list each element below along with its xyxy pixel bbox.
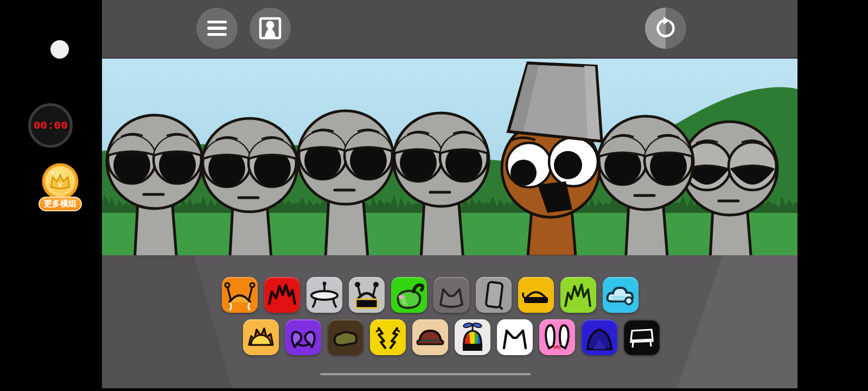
green-spiky-hair-icon: [561, 278, 596, 312]
devil-horns-icon: [286, 320, 321, 355]
tile-cloud[interactable]: [603, 277, 639, 313]
orange-antennae-icon: [222, 278, 257, 312]
tile-blue-hood[interactable]: [582, 319, 617, 355]
tile-bench[interactable]: [624, 319, 660, 355]
stage-shade-left: [102, 255, 243, 388]
gold-visor-icon: [519, 278, 553, 312]
soundboard-scrollbar[interactable]: [320, 373, 531, 375]
tile-maroon-brim-hat[interactable]: [412, 319, 448, 355]
swamp-cap-icon: [328, 320, 363, 355]
tile-orange-antennae[interactable]: [222, 277, 258, 313]
soundboard-panel: [102, 255, 797, 388]
tile-nail-table-hat[interactable]: [307, 277, 342, 313]
tile-antenna-visor-hat[interactable]: [349, 277, 385, 313]
tile-devil-horns[interactable]: [285, 319, 321, 355]
tile-lightning-bolts[interactable]: [370, 319, 406, 355]
white-cat-ears-icon: [497, 320, 532, 355]
tile-red-spiky-hair[interactable]: [264, 277, 300, 313]
tile-bunny-ears[interactable]: [539, 319, 575, 355]
coin-letter: V: [58, 181, 62, 189]
game-viewport: [102, 0, 797, 391]
soundboard-row-2: [243, 319, 660, 355]
cat-ears-dimmed-icon: [434, 278, 469, 312]
cloud-icon: [603, 278, 638, 312]
blue-hood-icon: [582, 320, 617, 355]
tile-green-pepper[interactable]: [391, 277, 427, 313]
more-mods-label: 更多模组: [39, 197, 82, 211]
nail-table-hat-icon: [307, 278, 342, 312]
tile-propeller-cap[interactable]: [455, 319, 490, 355]
reset-icon: [652, 15, 679, 42]
bunny-ears-icon: [540, 320, 575, 355]
timer-value: 00:00: [33, 119, 67, 132]
more-mods-button[interactable]: V 更多模组: [34, 163, 87, 211]
tile-swamp-cap[interactable]: [328, 319, 363, 355]
tile-sunrise[interactable]: [243, 319, 279, 355]
maroon-brim-hat-icon: [413, 320, 448, 355]
avatar-frame-icon: [258, 16, 283, 41]
bench-icon: [624, 320, 659, 355]
soundboard-row-1: [222, 277, 639, 313]
leaning-board-icon: [476, 278, 511, 312]
record-indicator-dot[interactable]: [50, 40, 69, 59]
antenna-visor-hat-icon: [349, 278, 384, 312]
game-stage: [102, 59, 797, 255]
tile-leaning-board[interactable]: [476, 277, 512, 313]
green-pepper-icon: [392, 278, 426, 312]
sunrise-icon: [244, 320, 278, 355]
reset-button[interactable]: [645, 8, 686, 49]
tile-green-spiky-hair[interactable]: [560, 277, 596, 313]
tile-cat-ears-dimmed[interactable]: [433, 277, 469, 313]
red-spiky-hair-icon: [265, 278, 299, 312]
top-bar: [102, 0, 797, 59]
character-select-button[interactable]: [250, 8, 291, 49]
menu-icon: [207, 21, 227, 36]
stage-shade-right: [656, 255, 797, 388]
tile-white-cat-ears[interactable]: [497, 319, 533, 355]
propeller-cap-icon: [455, 320, 490, 355]
record-timer: 00:00: [28, 103, 73, 148]
tile-gold-visor[interactable]: [518, 277, 554, 313]
menu-button[interactable]: [196, 8, 238, 49]
gold-coin-icon: V: [35, 163, 86, 201]
lightning-bolts-icon: [371, 320, 405, 355]
